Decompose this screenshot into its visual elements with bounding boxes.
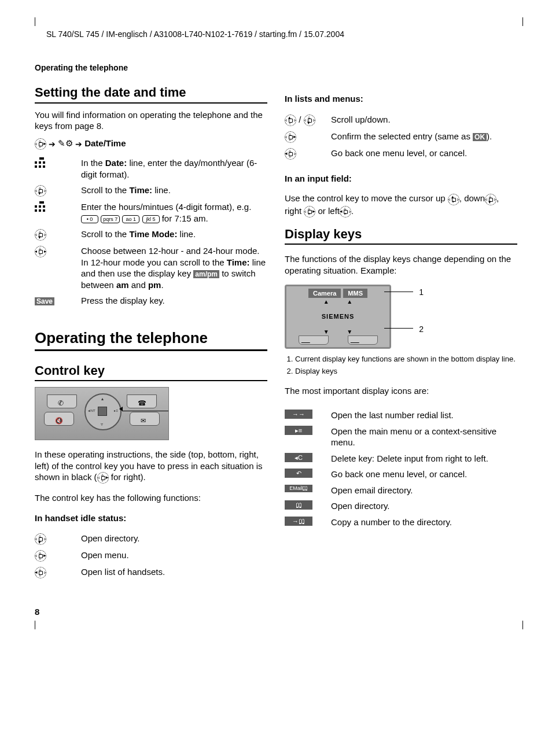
display-keys-intro: The functions of the display keys change…	[285, 253, 517, 276]
idle-open-directory: Open directory.	[81, 533, 267, 545]
subheading-idle: In handset idle status:	[35, 512, 267, 524]
brand-label: SIEMENS	[289, 312, 387, 320]
email-dir-icon: EMail🕮	[285, 485, 312, 493]
control-key-right-icon: ▵◃▿	[35, 550, 46, 562]
step-save: Press the display key.	[81, 295, 267, 307]
idle-open-menu: Open menu.	[81, 550, 267, 562]
lists-scroll: Scroll up/down.	[331, 114, 517, 126]
page-number: 8	[29, 606, 523, 618]
redial-icon: →→	[285, 410, 312, 419]
step-enter-time: Enter the hours/mintues (4-digit format)…	[81, 201, 267, 224]
breadcrumb-label: Date/Time	[84, 138, 126, 148]
copy-to-dir-desc: Copy a number to the directory.	[331, 517, 517, 528]
save-key-label: Save	[35, 297, 54, 305]
control-key-down-icon: ▵◃▹	[35, 533, 46, 545]
keypad-icon	[35, 201, 46, 213]
control-key-down-icon: ▵◃▹	[35, 185, 46, 197]
control-key-desc-2: The control key has the following functi…	[35, 492, 267, 504]
display-key-mms: MMS	[343, 289, 367, 298]
hardware-key-right: —	[348, 335, 378, 345]
key-7: pqrs 7	[101, 215, 120, 223]
icons-intro: The most important display icons are:	[285, 385, 517, 397]
control-key-left-icon: ▵▹▿	[340, 206, 351, 217]
input-desc: Use the control key to move the cursor u…	[285, 193, 517, 217]
callout-2: 2	[419, 324, 424, 334]
control-key-down-icon: ▵◃▹	[35, 229, 46, 241]
display-key-camera: Camera	[308, 289, 341, 298]
delete-desc: Delete key: Delete input from right to l…	[331, 453, 517, 464]
idle-open-handsets: Open list of handsets.	[81, 566, 267, 578]
control-key-right-icon: ▵◃▿	[304, 206, 315, 217]
menu-icon: ▸≡	[285, 426, 312, 435]
back-icon: ↶	[285, 469, 312, 478]
heading-control-key: Control key	[35, 363, 267, 382]
control-key-down-icon: ▵◃▹	[485, 194, 496, 205]
step-scroll-time: Scroll to the Time: line.	[81, 185, 267, 197]
hardware-key-left: —	[299, 335, 329, 345]
control-key-right-icon: ▵◃▿	[97, 472, 109, 484]
menu-desc: Open the main menu or a context-sensitiv…	[331, 426, 517, 448]
directory-icon: 🕮	[285, 500, 312, 510]
section-label: Operating the telephone	[29, 62, 523, 73]
subheading-lists: In lists and menus:	[285, 93, 517, 105]
control-key-right-icon: ▵◃▿	[285, 131, 296, 143]
intro-text: You will find information on operating t…	[35, 109, 267, 132]
subheading-input: In an input field:	[285, 173, 517, 185]
step-choose-mode: Choose between 12-hour - and 24-hour mod…	[81, 245, 267, 290]
note-1: Current display key functions are shown …	[295, 355, 517, 364]
key-1: ao 1	[122, 215, 139, 223]
control-key-right-icon: ▵◃▿	[35, 138, 46, 150]
step-scroll-mode: Scroll to the Time Mode: line.	[81, 228, 267, 241]
heading-date-time: Setting the date and time	[35, 84, 267, 104]
header-path: SL 740/SL 745 / IM-englisch / A31008-L74…	[29, 29, 523, 39]
heading-operating: Operating the telephone	[35, 329, 267, 351]
control-key-illustration: ✆ ☎ 🔇 ✉ ▴ ◂INT ▸≡ ▿	[35, 387, 169, 440]
control-key-desc-1: In these operating instructions, the sid…	[35, 449, 267, 484]
heading-display-keys: Display keys	[285, 226, 517, 245]
key-0: • 0	[81, 215, 98, 223]
control-key-left-icon: ▵▹▿	[285, 148, 296, 160]
lists-confirm: Confirm the selected entry (same as OK).	[331, 131, 517, 143]
note-2: Display keys	[295, 367, 517, 377]
redial-desc: Open the last number redial list.	[331, 410, 517, 421]
control-key-down-icon: ▵◃▹	[304, 115, 315, 126]
callout-1: 1	[419, 287, 424, 297]
display-keys-illustration: 1 2 Camera MMS ▲ ▲ SIEMENS ▼ ▼ — —	[285, 285, 424, 349]
lists-back: Go back one menu level, or cancel.	[331, 147, 517, 160]
directory-desc: Open directory.	[331, 500, 517, 512]
step-enter-date: In the Date: line, enter the day/month/y…	[81, 157, 267, 180]
control-key-leftright-icon: ▵◂▸▿	[35, 246, 46, 257]
keypad-icon	[35, 157, 46, 169]
email-dir-desc: Open email directory.	[331, 485, 517, 496]
control-key-up-icon: ◃▹▿	[448, 194, 459, 205]
delete-icon: ◂C	[285, 453, 312, 462]
control-key-up-icon: ◃▹▿	[285, 115, 296, 126]
nav-breadcrumb: ▵◃▿ ➔ ✎⚙ ➔ Date/Time	[35, 138, 267, 150]
back-desc: Go back one menu level, or cancel.	[331, 469, 517, 480]
copy-to-dir-icon: →🕮	[285, 517, 312, 526]
control-key-left-icon: ▵▹▿	[35, 567, 46, 578]
tools-icon: ✎⚙	[58, 138, 73, 148]
arrow-icon: ➔	[49, 139, 58, 149]
key-5: jkl 5	[142, 215, 160, 223]
arrow-icon: ➔	[75, 139, 84, 149]
